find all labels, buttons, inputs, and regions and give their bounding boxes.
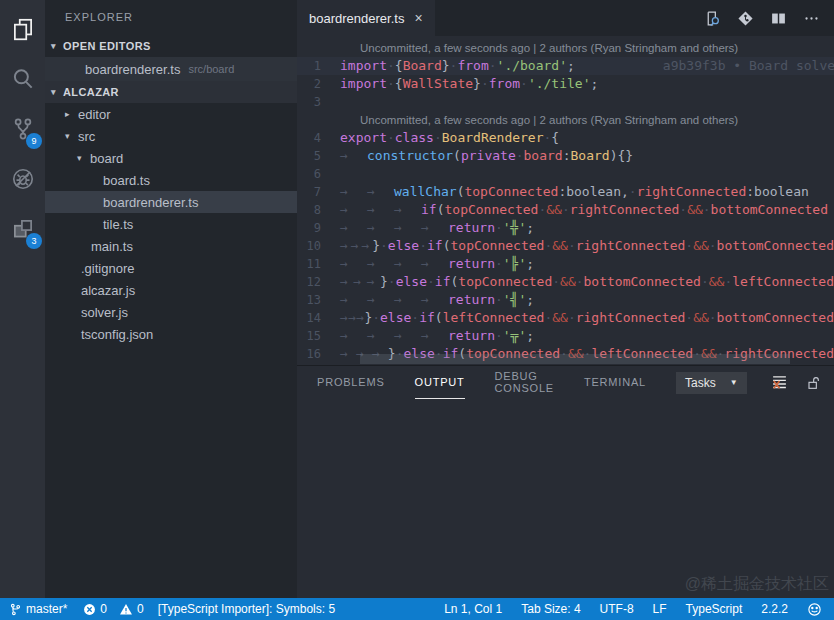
code-token: bottomConnected [711, 201, 828, 219]
feedback-smiley-icon[interactable] [807, 602, 822, 617]
error-icon [83, 603, 96, 616]
code-token: → [367, 183, 394, 201]
code-token: · [562, 201, 570, 219]
unlock-icon[interactable] [805, 375, 821, 391]
tab-size[interactable]: Tab Size: 4 [521, 602, 580, 616]
code-token: from [457, 57, 488, 75]
language-mode[interactable]: TypeScript [686, 602, 743, 616]
encoding[interactable]: UTF-8 [600, 602, 634, 616]
code-token: wallChar [394, 183, 457, 201]
horizontal-scrollbar[interactable] [360, 354, 790, 364]
code-editor[interactable]: Uncommitted, a few seconds ago | 2 autho… [297, 36, 834, 365]
open-editor-item[interactable]: boardrenderer.ts src/board [45, 57, 297, 81]
line-number[interactable]: 5 [297, 147, 340, 165]
line-number[interactable]: 4 [297, 129, 340, 147]
file-search-icon[interactable] [704, 10, 721, 27]
tree-item-main-ts[interactable]: main.ts [45, 235, 297, 257]
gitlens-icon[interactable] [737, 10, 754, 27]
code-line-5[interactable]: 5→constructor(private·board:Board){} [297, 147, 834, 165]
code-token: · [387, 75, 395, 93]
activity-extensions[interactable]: 3 [0, 204, 45, 254]
line-number[interactable]: 2 [297, 75, 340, 93]
ts-version[interactable]: 2.2.2 [761, 602, 788, 616]
code-token: && [552, 309, 568, 327]
git-branch-status[interactable]: master* [9, 602, 67, 616]
code-token: constructor [367, 147, 453, 165]
tree-item-label: boardrenderer.ts [103, 195, 198, 210]
code-token: topConnected [458, 273, 552, 291]
code-line-7[interactable]: 7→→wallChar(topConnected:boolean,·rightC… [297, 183, 834, 201]
tree-item-tsconfig-json[interactable]: tsconfig.json [45, 323, 297, 345]
tree-item-src[interactable]: ▾src [45, 125, 297, 147]
activity-source-control[interactable]: 9 [0, 104, 45, 154]
line-number[interactable]: 3 [297, 93, 340, 111]
code-token: → [421, 255, 448, 273]
panel-tab-problems[interactable]: PROBLEMS [317, 366, 385, 399]
status-bar: master* 0 0 [TypeScript Importer]: Symbo… [0, 598, 834, 620]
cursor-position[interactable]: Ln 1, Col 1 [444, 602, 502, 616]
code-token: :boolean, [558, 183, 628, 201]
problems-status[interactable]: 0 0 [83, 602, 143, 616]
activity-explorer[interactable] [0, 4, 45, 54]
line-number[interactable]: 11 [297, 255, 340, 273]
line-number[interactable]: 8 [297, 201, 340, 219]
more-actions-icon[interactable] [803, 10, 820, 27]
codelens-annotation[interactable]: Uncommitted, a few seconds ago | 2 autho… [360, 111, 834, 129]
code-line-8[interactable]: 8→→→if(topConnected·&&·rightConnected·&&… [297, 201, 834, 219]
code-line-1[interactable]: 1import·{Board}·from·'./board';a9b39f3b … [297, 57, 834, 75]
codelens-annotation[interactable]: Uncommitted, a few seconds ago | 2 autho… [360, 39, 834, 57]
code-line-2[interactable]: 2import·{WallState}·from·'./tile'; [297, 75, 834, 93]
tree-item-boardrenderer-ts[interactable]: boardrenderer.ts [45, 191, 297, 213]
code-line-15[interactable]: 15→→→→return·'╦'; [297, 327, 834, 345]
tab-boardrenderer[interactable]: boardrenderer.ts × [297, 0, 435, 36]
tree-item-label: tsconfig.json [81, 327, 153, 342]
tree-item-alcazar-js[interactable]: alcazar.js [45, 279, 297, 301]
panel-tab-debug-console[interactable]: DEBUG CONSOLE [495, 366, 554, 399]
close-icon[interactable]: × [414, 10, 422, 26]
tree-item-board-ts[interactable]: board.ts [45, 169, 297, 191]
code-token: return [448, 219, 495, 237]
line-number[interactable]: 16 [297, 345, 340, 363]
activity-search[interactable] [0, 54, 45, 104]
split-editor-icon[interactable] [770, 10, 787, 27]
code-line-3[interactable]: 3 [297, 93, 834, 111]
code-line-4[interactable]: 4export·class·BoardRenderer·{ [297, 129, 834, 147]
code-token: ( [443, 237, 451, 255]
activity-debug[interactable] [0, 154, 45, 204]
code-line-13[interactable]: 13→→→→return·'╣'; [297, 291, 834, 309]
tree-item-solver-js[interactable]: solver.js [45, 301, 297, 323]
line-number[interactable]: 9 [297, 219, 340, 237]
tree-item-editor[interactable]: ▸editor [45, 103, 297, 125]
eol[interactable]: LF [653, 602, 667, 616]
line-number[interactable]: 1 [297, 57, 340, 75]
code-token: → [394, 255, 421, 273]
code-token: → [367, 273, 380, 291]
project-header[interactable]: ▾ ALCAZAR [45, 81, 297, 103]
code-line-6[interactable]: 6 [297, 165, 834, 183]
panel-tab-output[interactable]: OUTPUT [415, 366, 465, 399]
panel-tab-terminal[interactable]: TERMINAL [584, 366, 646, 399]
line-number[interactable]: 15 [297, 327, 340, 345]
tree-item-board[interactable]: ▾board [45, 147, 297, 169]
open-editors-header[interactable]: ▾ OPEN EDITORS [45, 35, 297, 57]
code-token: → [340, 219, 367, 237]
code-line-12[interactable]: 12→→→}·else·if(topConnected·&&·bottomCon… [297, 273, 834, 291]
ts-importer-status[interactable]: [TypeScript Importer]: Symbols: 5 [158, 602, 335, 616]
line-number[interactable]: 6 [297, 165, 340, 183]
tree-item-tile-ts[interactable]: tile.ts [45, 213, 297, 235]
line-number[interactable]: 12 [297, 273, 340, 291]
code-line-14[interactable]: 14→→→}·else·if(leftConnected·&&·rightCon… [297, 309, 834, 327]
line-number[interactable]: 7 [297, 183, 340, 201]
clear-output-icon[interactable] [771, 374, 788, 391]
code-token: from [489, 75, 520, 93]
files-icon [10, 16, 36, 42]
tree-item--gitignore[interactable]: .gitignore [45, 257, 297, 279]
line-number[interactable]: 10 [297, 237, 340, 255]
code-line-9[interactable]: 9→→→→return·'╬'; [297, 219, 834, 237]
line-number[interactable]: 14 [297, 309, 340, 327]
tasks-dropdown[interactable]: Tasks▼ [676, 372, 747, 394]
code-line-10[interactable]: 10→→→}·else·if(topConnected·&&·rightConn… [297, 237, 834, 255]
line-number[interactable]: 13 [297, 291, 340, 309]
code-token: · [544, 309, 552, 327]
code-line-11[interactable]: 11→→→→return·'╠'; [297, 255, 834, 273]
